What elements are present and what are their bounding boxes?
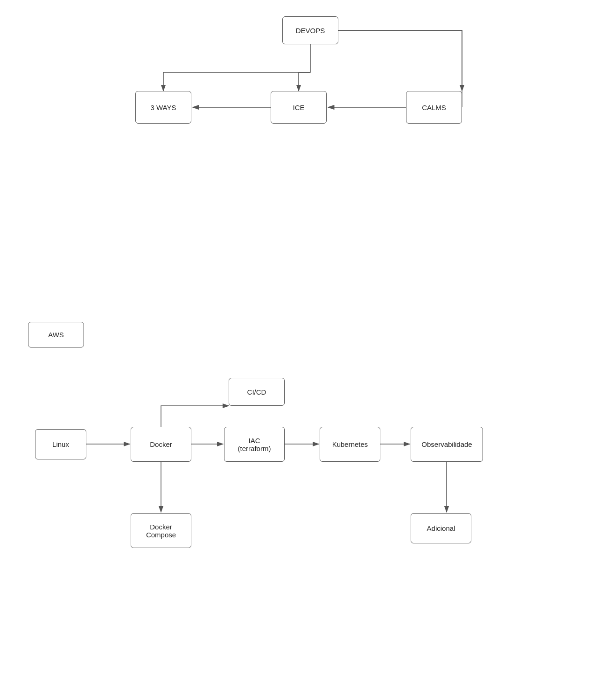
node-kubernetes: Kubernetes xyxy=(320,427,380,462)
node-linux: Linux xyxy=(35,429,86,459)
diagram-container: DEVOPS 3 WAYS ICE CALMS AWS CI/CD Linux … xyxy=(0,0,616,681)
node-docker: Docker xyxy=(131,427,191,462)
node-calms: CALMS xyxy=(406,91,462,124)
arrow-devops-ice xyxy=(299,72,310,91)
node-three-ways: 3 WAYS xyxy=(135,91,191,124)
node-docker-compose: Docker Compose xyxy=(131,513,191,548)
arrow-devops-3ways xyxy=(163,44,310,91)
node-observabilidade: Observabilidade xyxy=(411,427,483,462)
node-devops: DEVOPS xyxy=(282,16,338,44)
arrow-devops-calms xyxy=(338,30,462,91)
node-iac: IAC (terraform) xyxy=(224,427,285,462)
node-cicd: CI/CD xyxy=(229,378,285,406)
node-ice: ICE xyxy=(271,91,327,124)
node-adicional: Adicional xyxy=(411,513,471,543)
node-aws: AWS xyxy=(28,322,84,347)
arrow-docker-cicd xyxy=(161,406,229,427)
